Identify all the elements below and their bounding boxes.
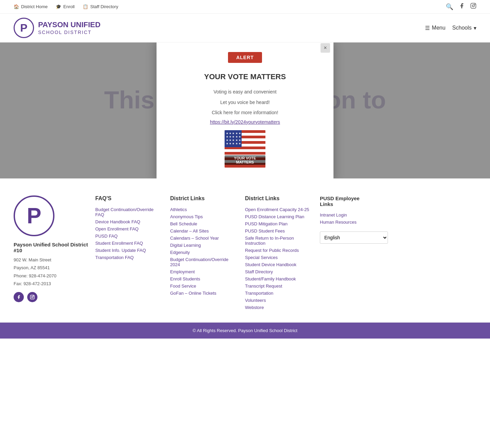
modal-overlay: × ALERT YOUR VOTE MATTERS Voting is easy… [0, 42, 490, 178]
footer-col-district2: District Links Open Enrollment Capacity … [245, 195, 313, 312]
footer-grid: P Payson Unified School District #10 902… [14, 195, 476, 312]
modal-link[interactable]: https://bit.ly/2024yourvotematters [170, 119, 320, 125]
district-link[interactable]: PUSD Student Fees [245, 228, 313, 234]
district-link[interactable]: Volunteers [245, 298, 313, 303]
footer-facebook-icon[interactable] [14, 292, 24, 302]
schools-label: Schools [452, 25, 472, 31]
district-links2: Open Enrollment Capacity 24-25PUSD Dista… [245, 207, 313, 310]
instagram-icon[interactable] [470, 3, 476, 11]
district-links1: AthleticsAnonymous TipsBell ScheduleCale… [170, 207, 238, 296]
district-link[interactable]: Bell Schedule [170, 221, 238, 226]
enroll-link[interactable]: 🎓 Enroll [56, 4, 75, 9]
faq-link[interactable]: Student Enrollment FAQ [95, 241, 163, 246]
footer-col-district1: District Links AthleticsAnonymous TipsBe… [170, 195, 238, 312]
district-link[interactable]: Open Enrollment Capacity 24-25 [245, 207, 313, 212]
modal-line-1: Voting is easy and convenient [170, 88, 320, 96]
alert-badge: ALERT [228, 52, 262, 63]
district-link[interactable]: Enroll Students [170, 276, 238, 281]
district-link[interactable]: Employment [170, 269, 238, 274]
district-links2-title: District Links [245, 195, 313, 202]
district-link[interactable]: Safe Return to In-Person Instruction [245, 236, 313, 246]
home-icon: 🏠 [14, 4, 19, 9]
vote-matters-label: YOUR VOTE MATTERS [225, 155, 265, 165]
svg-point-16 [32, 296, 33, 298]
modal-line-3: Click here for more information! [170, 109, 320, 116]
menu-icon: ☰ [425, 25, 430, 31]
school-name-line2: SCHOOL DISTRICT [38, 30, 100, 35]
facebook-icon[interactable] [459, 3, 465, 11]
svg-rect-0 [471, 3, 476, 8]
menu-label: Menu [432, 25, 445, 31]
vote-matters-image: ★ ★ ★ ★ ★ ★ ★ ★ ★ ★ ★ ★ ★ ★ ★ ★ ★ ★ ★ ★ … [225, 130, 265, 168]
district-link[interactable]: Edgenuity [170, 250, 238, 255]
logo-text: PAYSON UNIFIED SCHOOL DISTRICT [38, 20, 100, 35]
modal-line-2: Let you voice be heard! [170, 99, 320, 106]
svg-text:★ ★ ★ ★ ★: ★ ★ ★ ★ ★ [226, 132, 241, 135]
faqs-links: Budget Continuation/Override FAQDevice H… [95, 207, 163, 260]
district-home-link[interactable]: 🏠 District Home [14, 4, 48, 9]
district-link[interactable]: Webstore [245, 305, 313, 310]
district-link[interactable]: Food Service [170, 283, 238, 289]
staff-icon: 📋 [83, 4, 88, 9]
svg-text:★ ★ ★ ★ ★: ★ ★ ★ ★ ★ [226, 142, 241, 145]
district-link[interactable]: Anonymous Tips [170, 214, 238, 219]
search-icon[interactable]: 🔍 [446, 3, 453, 11]
employee-link[interactable]: Intranet Login [320, 212, 388, 218]
employee-links: Intranet LoginHuman Resources [320, 212, 388, 225]
menu-button[interactable]: ☰ Menu [425, 25, 445, 31]
employee-link[interactable]: Human Resources [320, 220, 388, 225]
district-link[interactable]: Calendars – School Year [170, 236, 238, 241]
footer: P Payson Unified School District #10 902… [0, 178, 490, 339]
schools-button[interactable]: Schools ▾ [452, 25, 476, 31]
footer-logo-emblem: P [14, 195, 54, 236]
close-icon: × [324, 45, 327, 51]
faq-link[interactable]: Device Handbook FAQ [95, 219, 163, 224]
district-link[interactable]: PUSD Distance Learning Plan [245, 214, 313, 219]
enroll-icon: 🎓 [56, 4, 61, 9]
footer-instagram-icon[interactable] [27, 292, 37, 302]
staff-directory-label: Staff Directory [90, 4, 118, 9]
faq-link[interactable]: Transportation FAQ [95, 255, 163, 260]
school-name-line1: PAYSON UNIFIED [38, 20, 100, 29]
faqs-title: FAQ'S [95, 195, 163, 202]
modal-close-button[interactable]: × [321, 43, 330, 53]
footer-col-faqs: FAQ'S Budget Continuation/Override FAQDe… [95, 195, 163, 312]
language-selector[interactable]: EnglishSpanishFrench [320, 231, 388, 244]
district-link[interactable]: Digital Learning [170, 243, 238, 248]
district-link[interactable]: PUSD Mitigation Plan [245, 221, 313, 226]
footer-address: 902 W. Main Street Payson, AZ 85541 Phon… [14, 256, 88, 288]
footer-col-logo: P Payson Unified School District #10 902… [14, 195, 88, 312]
faq-link[interactable]: Budget Continuation/Override FAQ [95, 207, 163, 217]
footer-col-employee: PUSD Employee Links Intranet LoginHuman … [320, 195, 388, 312]
district-link[interactable]: Calendar – All Sites [170, 228, 238, 234]
top-bar-right: 🔍 [446, 3, 476, 11]
svg-text:★ ★ ★ ★ ★: ★ ★ ★ ★ ★ [226, 135, 241, 138]
enroll-label: Enroll [63, 4, 75, 9]
svg-rect-7 [225, 149, 265, 152]
district-home-label: District Home [21, 4, 48, 9]
copyright-text: © All Rights Reserved. Payson Unified Sc… [193, 328, 297, 333]
svg-point-2 [474, 4, 475, 5]
district-link[interactable]: Request for Public Records [245, 248, 313, 253]
district-link[interactable]: GoFan – Online Tickets [170, 291, 238, 296]
district-link[interactable]: Transcript Request [245, 283, 313, 289]
employee-title: PUSD Employee Links [320, 195, 388, 207]
district-links1-title: District Links [170, 195, 238, 202]
svg-point-17 [33, 296, 34, 296]
district-link[interactable]: Budget Continuation/Override 2024 [170, 257, 238, 267]
district-link[interactable]: Transportation [245, 291, 313, 296]
district-link[interactable]: Student/Family Handbook [245, 276, 313, 281]
district-link[interactable]: Staff Directory [245, 269, 313, 274]
district-link[interactable]: Athletics [170, 207, 238, 212]
faq-link[interactable]: PUSD FAQ [95, 234, 163, 239]
district-link[interactable]: Special Services [245, 255, 313, 260]
alert-modal: × ALERT YOUR VOTE MATTERS Voting is easy… [157, 42, 333, 178]
main-content: This is a great reason to It lo ng? × AL… [0, 42, 490, 178]
district-link[interactable]: Student Device Handbook [245, 262, 313, 267]
logo-area[interactable]: P PAYSON UNIFIED SCHOOL DISTRICT [14, 18, 100, 38]
staff-directory-link[interactable]: 📋 Staff Directory [83, 4, 118, 9]
footer-bottom: © All Rights Reserved. Payson Unified Sc… [0, 322, 490, 339]
faq-link[interactable]: Student Info. Update FAQ [95, 248, 163, 253]
faq-link[interactable]: Open Enrollment FAQ [95, 226, 163, 231]
header-nav: ☰ Menu Schools ▾ [425, 25, 476, 31]
